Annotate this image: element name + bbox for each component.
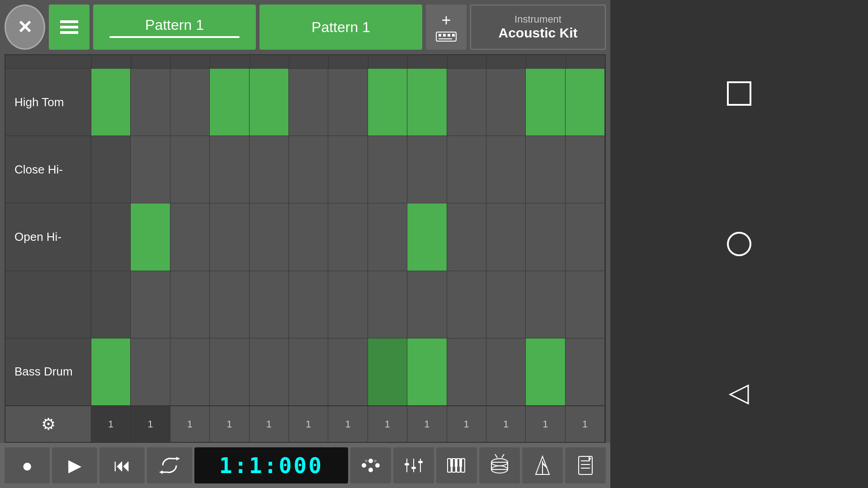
grid-cell[interactable] <box>526 136 565 203</box>
grid-cell[interactable] <box>131 69 170 136</box>
step-number-cell[interactable]: 1 <box>486 406 526 442</box>
record-button[interactable]: ● <box>5 447 50 483</box>
grid-cell[interactable] <box>566 271 605 338</box>
grid-cell[interactable] <box>131 271 170 338</box>
grid-cell[interactable] <box>447 271 486 338</box>
mixer-button[interactable] <box>350 447 391 483</box>
grid-cell[interactable] <box>566 69 605 136</box>
grid-cell[interactable] <box>131 203 170 270</box>
grid-cell[interactable] <box>447 203 486 270</box>
grid-cell[interactable] <box>289 203 328 270</box>
grid-cell[interactable] <box>170 69 210 136</box>
grid-cell[interactable] <box>407 271 447 338</box>
grid-cell[interactable] <box>250 338 289 405</box>
grid-cell[interactable] <box>170 136 210 203</box>
grid-cell[interactable] <box>486 271 526 338</box>
step-number-cell[interactable]: 1 <box>289 406 328 442</box>
grid-cell[interactable] <box>566 203 605 270</box>
grid-cell[interactable] <box>210 136 249 203</box>
grid-cell[interactable] <box>328 136 368 203</box>
grid-cell[interactable] <box>91 271 131 338</box>
grid-cell[interactable] <box>526 271 565 338</box>
grid-cell[interactable] <box>566 136 605 203</box>
grid-cell[interactable] <box>289 69 328 136</box>
play-button[interactable]: ▶ <box>52 447 97 483</box>
step-number-cell[interactable]: 1 <box>250 406 289 442</box>
grid-cell[interactable] <box>566 338 605 405</box>
grid-cell[interactable] <box>250 69 289 136</box>
metronome-button[interactable] <box>522 447 563 483</box>
pattern-left-button[interactable]: Pattern 1 <box>93 5 256 50</box>
sidebar-back-button[interactable] <box>721 376 757 413</box>
grid-cell[interactable] <box>250 271 289 338</box>
grid-cell[interactable] <box>368 338 407 405</box>
grid-cell[interactable] <box>170 271 210 338</box>
grid-cell[interactable] <box>289 271 328 338</box>
step-number-cell[interactable]: 1 <box>131 406 170 442</box>
grid-cell[interactable] <box>131 136 170 203</box>
piano-button[interactable] <box>436 447 477 483</box>
notes-button[interactable] <box>565 447 606 483</box>
grid-cell[interactable] <box>447 338 486 405</box>
add-pattern-button[interactable]: + <box>426 5 467 50</box>
grid-cell[interactable] <box>447 69 486 136</box>
step-number-cell[interactable]: 1 <box>210 406 249 442</box>
grid-cell[interactable] <box>210 203 249 270</box>
instrument-panel[interactable]: Instrument Acoustic Kit <box>470 5 606 50</box>
grid-cell[interactable] <box>368 69 407 136</box>
grid-cell[interactable] <box>250 203 289 270</box>
save-button[interactable] <box>49 5 90 50</box>
grid-cell[interactable] <box>328 338 368 405</box>
grid-cell[interactable] <box>170 338 210 405</box>
grid-cell[interactable] <box>407 69 447 136</box>
grid-cell[interactable] <box>328 69 368 136</box>
loop-button[interactable] <box>147 447 192 483</box>
step-number-cell[interactable]: 1 <box>526 406 565 442</box>
grid-cell[interactable] <box>210 338 249 405</box>
grid-cell[interactable] <box>526 203 565 270</box>
grid-cell[interactable] <box>328 203 368 270</box>
grid-cell[interactable] <box>486 338 526 405</box>
sidebar-circle-button[interactable] <box>721 226 757 262</box>
grid-cell[interactable] <box>368 271 407 338</box>
grid-cell[interactable] <box>289 136 328 203</box>
grid-cell[interactable] <box>407 203 447 270</box>
grid-cell[interactable] <box>368 203 407 270</box>
step-number-cell[interactable]: 1 <box>447 406 486 442</box>
step-number-cell[interactable]: 1 <box>566 406 605 442</box>
step-number-cell[interactable]: 1 <box>328 406 368 442</box>
beat-cell <box>289 55 328 68</box>
grid-cell[interactable] <box>486 136 526 203</box>
grid-cell[interactable] <box>91 136 131 203</box>
step-number-cell[interactable]: 1 <box>91 406 131 442</box>
grid-cell[interactable] <box>447 136 486 203</box>
settings-button[interactable]: ⚙ <box>5 406 91 442</box>
step-number-cell[interactable]: 1 <box>368 406 407 442</box>
grid-cell[interactable] <box>91 69 131 136</box>
grid-cell[interactable] <box>526 338 565 405</box>
grid-cell[interactable] <box>131 338 170 405</box>
grid-cell[interactable] <box>210 271 249 338</box>
grid-cell[interactable] <box>368 136 407 203</box>
drum-button[interactable] <box>479 447 520 483</box>
grid-cell[interactable] <box>210 69 249 136</box>
grid-cell[interactable] <box>526 69 565 136</box>
step-number-cell[interactable]: 1 <box>407 406 447 442</box>
grid-cell[interactable] <box>289 338 328 405</box>
grid-cell[interactable] <box>91 203 131 270</box>
sidebar-square-button[interactable] <box>721 75 757 112</box>
pattern-right-button[interactable]: Pattern 1 <box>259 5 422 50</box>
grid-cell[interactable] <box>486 203 526 270</box>
rewind-button[interactable]: ⏮ <box>99 447 145 483</box>
grid-cell[interactable] <box>407 136 447 203</box>
grid-cell[interactable] <box>170 203 210 270</box>
grid-cell[interactable] <box>91 338 131 405</box>
eq-button[interactable] <box>393 447 434 483</box>
grid-cell[interactable] <box>486 69 526 136</box>
step-number-cell[interactable]: 1 <box>170 406 210 442</box>
grid-cell[interactable] <box>407 338 447 405</box>
svg-marker-9 <box>176 457 180 460</box>
close-button[interactable]: ✕ <box>5 5 45 50</box>
grid-cell[interactable] <box>328 271 368 338</box>
grid-cell[interactable] <box>250 136 289 203</box>
